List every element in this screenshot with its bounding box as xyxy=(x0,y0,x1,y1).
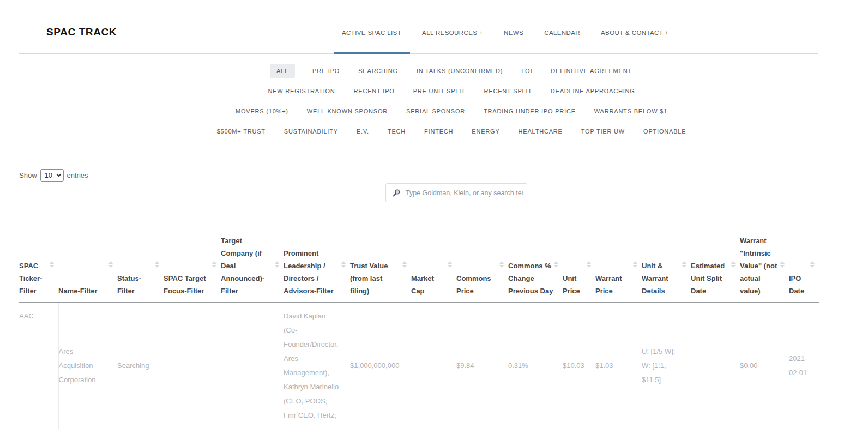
column-header-commons-change[interactable]: Commons % Change Previous Day xyxy=(508,232,563,303)
table-row: AACAres Acquisition CorporationSearching… xyxy=(19,302,819,429)
column-label: Target Company (if Deal Announced)-Filte… xyxy=(221,237,264,295)
column-header-ipo-date[interactable]: IPO Date xyxy=(789,232,819,303)
filter-recent-ipo[interactable]: RECENT IPO xyxy=(353,84,396,98)
column-label: SPAC Target Focus-Filter xyxy=(164,274,206,295)
column-label: Name-Filter xyxy=(58,287,98,295)
filter-optionable[interactable]: OPTIONABLE xyxy=(642,124,687,138)
sort-icon[interactable] xyxy=(780,261,785,268)
column-label: SPAC Ticker-Filter xyxy=(19,262,42,295)
filter-loi[interactable]: LOI xyxy=(520,64,533,78)
filter-e-v[interactable]: E.V. xyxy=(355,124,370,138)
filter-new-registration[interactable]: NEW REGISTRATION xyxy=(267,84,336,98)
cell-market-cap xyxy=(411,302,456,429)
column-label: Market Cap xyxy=(411,274,434,295)
cell-unit-warrant-details: U: [1/5 W]; W: [1:1, $11.5] xyxy=(642,302,691,429)
column-header-unit-price[interactable]: Unit Price xyxy=(563,232,595,303)
quick-filter-section: ALLPRE IPOSEARCHINGIN TALKS (UNCONFIRMED… xyxy=(35,64,868,144)
search-box xyxy=(385,183,527,202)
sort-icon[interactable] xyxy=(682,261,686,268)
filter-searching[interactable]: SEARCHING xyxy=(357,64,399,78)
column-label: Unit & Warrant Details xyxy=(642,262,668,295)
filter-sustainability[interactable]: SUSTAINABILITY xyxy=(283,124,339,138)
search-input[interactable] xyxy=(385,183,527,202)
column-label: Unit Price xyxy=(563,274,580,295)
column-header-market-cap[interactable]: Market Cap xyxy=(411,232,456,303)
column-header-unit-warrant-details[interactable]: Unit & Warrant Details xyxy=(642,232,691,303)
filter-well-known-sponsor[interactable]: WELL-KNOWN SPONSOR xyxy=(306,104,389,118)
filter-movers-10[interactable]: MOVERS (10%+) xyxy=(234,104,290,118)
cell-ticker: AAC xyxy=(19,302,58,429)
column-label: Warrant "Intrinsic Value" (not actual va… xyxy=(740,237,777,295)
column-header-trust-value[interactable]: Trust Value (from last filing) xyxy=(350,232,411,303)
cell-ipo-date: 2021-02-01 xyxy=(789,302,819,429)
filter-500m-trust[interactable]: $500M+ TRUST xyxy=(216,124,267,138)
filter-recent-split[interactable]: RECENT SPLIT xyxy=(483,84,533,98)
cell-est-unit-split-date xyxy=(691,302,740,429)
column-label: Commons Price xyxy=(456,274,491,295)
column-header-warrant-intrinsic-value[interactable]: Warrant "Intrinsic Value" (not actual va… xyxy=(740,232,789,303)
header-divider xyxy=(19,53,818,54)
column-label: Trust Value (from last filing) xyxy=(350,262,388,295)
column-header-leadership[interactable]: Prominent Leadership / Directors / Advis… xyxy=(284,232,350,303)
sort-icon[interactable] xyxy=(402,261,407,268)
filter-in-talks-unconfirmed[interactable]: IN TALKS (UNCONFIRMED) xyxy=(415,64,504,78)
table-head: SPAC Ticker-FilterName-FilterStatus-Filt… xyxy=(19,232,819,303)
filter-energy[interactable]: ENERGY xyxy=(471,124,501,138)
table-body: AACAres Acquisition CorporationSearching… xyxy=(19,302,819,429)
sort-icon[interactable] xyxy=(275,261,279,268)
sort-icon[interactable] xyxy=(587,261,591,268)
column-label: Prominent Leadership / Directors / Advis… xyxy=(284,249,334,295)
spac-table: SPAC Ticker-FilterName-FilterStatus-Filt… xyxy=(19,232,819,429)
sort-icon[interactable] xyxy=(155,261,159,268)
column-header-ticker[interactable]: SPAC Ticker-Filter xyxy=(19,232,58,303)
filter-deadline-approaching[interactable]: DEADLINE APPROACHING xyxy=(550,84,636,98)
nav-item-active-spac-list[interactable]: ACTIVE SPAC LIST xyxy=(342,29,401,36)
filter-trading-under-ipo-price[interactable]: TRADING UNDER IPO PRICE xyxy=(483,104,577,118)
column-header-target-focus[interactable]: SPAC Target Focus-Filter xyxy=(164,232,221,303)
filter-serial-sponsor[interactable]: SERIAL SPONSOR xyxy=(405,104,466,118)
sort-icon[interactable] xyxy=(731,261,736,268)
filter-pre-unit-split[interactable]: PRE UNIT SPLIT xyxy=(412,84,467,98)
nav-item-calendar[interactable]: CALENDAR xyxy=(544,29,580,36)
filter-tech[interactable]: TECH xyxy=(387,124,407,138)
cell-trust-value: $1,000,000,000 xyxy=(350,302,411,429)
column-header-est-unit-split-date[interactable]: Estimated Unit Split Date xyxy=(691,232,740,303)
filter-pre-ipo[interactable]: PRE IPO xyxy=(311,64,341,78)
column-label: Status-Filter xyxy=(117,274,141,295)
sort-icon[interactable] xyxy=(554,261,558,268)
filter-all[interactable]: ALL xyxy=(270,64,295,78)
column-header-name[interactable]: Name-Filter xyxy=(58,232,117,303)
sort-icon[interactable] xyxy=(108,261,113,268)
site-logo[interactable]: SPAC TRACK xyxy=(46,26,117,38)
filter-warrants-below-1[interactable]: WARRANTS BELOW $1 xyxy=(593,104,668,118)
nav-item-all-resources[interactable]: ALL RESOURCES + xyxy=(422,29,483,36)
column-header-commons-price[interactable]: Commons Price xyxy=(456,232,508,303)
sort-icon[interactable] xyxy=(448,261,452,268)
sort-icon[interactable] xyxy=(212,261,216,268)
filter-row-4: $500M+ TRUSTSUSTAINABILITYE.V.TECHFINTEC… xyxy=(35,124,868,138)
sort-icon[interactable] xyxy=(50,261,54,268)
cell-warrant-price: $1.03 xyxy=(595,302,642,429)
entries-select[interactable]: 10 xyxy=(40,169,64,182)
nav-item-about-contact[interactable]: ABOUT & CONTACT + xyxy=(601,29,669,36)
column-label: Estimated Unit Split Date xyxy=(691,262,725,295)
table-header-row: SPAC Ticker-FilterName-FilterStatus-Filt… xyxy=(19,232,819,303)
column-label: IPO Date xyxy=(789,274,804,295)
filter-row-2: NEW REGISTRATIONRECENT IPOPRE UNIT SPLIT… xyxy=(35,84,868,98)
nav-item-news[interactable]: NEWS xyxy=(504,29,523,36)
filter-definitive-agreement[interactable]: DEFINITIVE AGREEMENT xyxy=(550,64,633,78)
cell-leadership: David Kaplan (Co-Founder/Director, Ares … xyxy=(284,302,350,429)
column-header-status[interactable]: Status-Filter xyxy=(117,232,164,303)
cell-warrant-intrinsic-value: $0.00 xyxy=(740,302,789,429)
sort-icon[interactable] xyxy=(810,261,815,268)
filter-top-tier-uw[interactable]: TOP TIER UW xyxy=(580,124,626,138)
column-header-target-company[interactable]: Target Company (if Deal Announced)-Filte… xyxy=(221,232,284,303)
cell-unit-price: $10.03 xyxy=(563,302,595,429)
sort-icon[interactable] xyxy=(341,261,346,268)
sort-icon[interactable] xyxy=(633,261,637,268)
filter-fintech[interactable]: FINTECH xyxy=(423,124,454,138)
cell-target-company xyxy=(221,302,284,429)
column-header-warrant-price[interactable]: Warrant Price xyxy=(595,232,642,303)
filter-healthcare[interactable]: HEALTHCARE xyxy=(517,124,564,138)
sort-icon[interactable] xyxy=(499,261,504,268)
